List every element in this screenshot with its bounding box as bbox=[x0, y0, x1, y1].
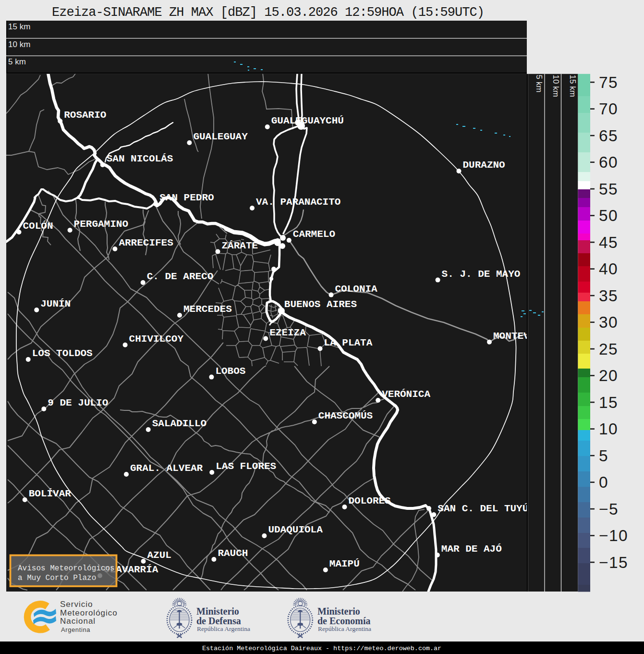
svg-text:AZUL: AZUL bbox=[147, 550, 171, 561]
svg-text:25: 25 bbox=[599, 340, 618, 358]
svg-text:Nacional: Nacional bbox=[60, 617, 96, 626]
svg-text:40: 40 bbox=[599, 260, 618, 278]
svg-text:10 km: 10 km bbox=[551, 75, 560, 97]
svg-text:50: 50 bbox=[599, 207, 618, 224]
svg-text:CHASCOMÚS: CHASCOMÚS bbox=[318, 410, 373, 421]
svg-text:RAUCH: RAUCH bbox=[218, 548, 248, 559]
svg-text:a Muy Corto Plazo: a Muy Corto Plazo bbox=[18, 574, 96, 582]
svg-text:ARRECIFES: ARRECIFES bbox=[119, 237, 173, 248]
svg-text:GRAL. ALVEAR: GRAL. ALVEAR bbox=[130, 463, 203, 474]
svg-text:DOLORES: DOLORES bbox=[349, 495, 391, 506]
svg-text:MAR DE AJÓ: MAR DE AJÓ bbox=[441, 543, 502, 555]
svg-text:GUALEGUAY: GUALEGUAY bbox=[193, 131, 248, 142]
svg-text:55: 55 bbox=[599, 180, 618, 198]
svg-text:LA PLATA: LA PLATA bbox=[324, 337, 373, 348]
svg-text:5 km: 5 km bbox=[8, 57, 26, 66]
svg-text:5: 5 bbox=[599, 447, 608, 465]
svg-text:10: 10 bbox=[599, 420, 618, 438]
svg-text:Ezeiza-SINARAME ZH MAX [dBZ] 1: Ezeiza-SINARAME ZH MAX [dBZ] 15.03.2026 … bbox=[52, 5, 484, 20]
svg-text:ZÁRATE: ZÁRATE bbox=[222, 240, 258, 251]
svg-text:CARMELO: CARMELO bbox=[293, 229, 335, 240]
svg-text:COLONIA: COLONIA bbox=[335, 284, 378, 295]
svg-text:70: 70 bbox=[599, 100, 618, 118]
svg-text:20: 20 bbox=[599, 367, 618, 384]
svg-text:EZEIZA: EZEIZA bbox=[269, 327, 306, 338]
svg-text:JUNÍN: JUNÍN bbox=[40, 298, 71, 309]
svg-text:Ministerio: Ministerio bbox=[196, 606, 239, 617]
svg-text:MERCEDES: MERCEDES bbox=[183, 304, 232, 315]
svg-text:C. DE ARECO: C. DE ARECO bbox=[147, 271, 214, 282]
svg-text:MAIPÚ: MAIPÚ bbox=[329, 558, 360, 569]
svg-text:0: 0 bbox=[599, 473, 608, 491]
svg-text:República Argentina: República Argentina bbox=[318, 625, 371, 632]
svg-text:ROSARIO: ROSARIO bbox=[64, 110, 106, 121]
svg-text:15: 15 bbox=[599, 394, 618, 411]
svg-text:BOLÍVAR: BOLÍVAR bbox=[29, 488, 72, 499]
svg-text:−10: −10 bbox=[599, 527, 628, 544]
svg-text:9 DE JULIO: 9 DE JULIO bbox=[48, 397, 108, 408]
svg-text:Argentina: Argentina bbox=[61, 626, 90, 633]
svg-text:VA. PARANACITO: VA. PARANACITO bbox=[256, 197, 340, 208]
svg-text:UDAQUIOLA: UDAQUIOLA bbox=[268, 524, 323, 535]
svg-text:SAN C. DEL TUYÚ: SAN C. DEL TUYÚ bbox=[437, 503, 528, 514]
svg-text:SALADILLO: SALADILLO bbox=[152, 418, 207, 429]
svg-text:75: 75 bbox=[599, 74, 618, 91]
svg-text:35: 35 bbox=[599, 287, 618, 305]
svg-text:COLÓN: COLÓN bbox=[23, 221, 53, 232]
svg-text:15 km: 15 km bbox=[8, 22, 30, 31]
svg-text:Meteorológico: Meteorológico bbox=[60, 608, 118, 617]
svg-text:65: 65 bbox=[599, 127, 618, 145]
svg-text:de Defensa: de Defensa bbox=[196, 616, 241, 626]
svg-text:15 km: 15 km bbox=[568, 75, 577, 97]
svg-text:República Argentina: República Argentina bbox=[197, 625, 250, 632]
svg-text:30: 30 bbox=[599, 313, 618, 331]
svg-text:BUENOS AIRES: BUENOS AIRES bbox=[284, 299, 357, 310]
svg-text:de Economía: de Economía bbox=[317, 616, 371, 626]
svg-text:PERGAMINO: PERGAMINO bbox=[74, 219, 128, 230]
svg-text:−5: −5 bbox=[599, 500, 619, 518]
svg-text:GUALEGUAYCHÚ: GUALEGUAYCHÚ bbox=[271, 115, 344, 126]
svg-text:VERÓNICA: VERÓNICA bbox=[382, 389, 430, 400]
svg-text:Servicio: Servicio bbox=[60, 600, 93, 609]
svg-text:Ministerio: Ministerio bbox=[317, 606, 360, 617]
svg-text:SAN NICOLÁS: SAN NICOLÁS bbox=[107, 153, 173, 164]
svg-text:60: 60 bbox=[599, 153, 618, 171]
svg-text:Avisos Meteorológicos: Avisos Meteorológicos bbox=[18, 564, 115, 573]
svg-text:LAS FLORES: LAS FLORES bbox=[216, 461, 276, 472]
svg-text:LOBOS: LOBOS bbox=[215, 366, 245, 377]
svg-text:SAN PEDRO: SAN PEDRO bbox=[159, 192, 214, 203]
svg-text:45: 45 bbox=[599, 234, 618, 251]
svg-text:10 km: 10 km bbox=[8, 40, 30, 49]
svg-text:−15: −15 bbox=[599, 554, 628, 571]
svg-text:DURAZNO: DURAZNO bbox=[463, 160, 505, 171]
svg-text:5 km: 5 km bbox=[535, 75, 544, 93]
svg-text:LOS TOLDOS: LOS TOLDOS bbox=[32, 348, 93, 359]
svg-text:CHIVILCOY: CHIVILCOY bbox=[129, 333, 184, 345]
svg-text:S. J. DE MAYO: S. J. DE MAYO bbox=[442, 269, 521, 280]
svg-text:Estación Meteorológica Daireau: Estación Meteorológica Daireaux - https:… bbox=[202, 645, 441, 652]
